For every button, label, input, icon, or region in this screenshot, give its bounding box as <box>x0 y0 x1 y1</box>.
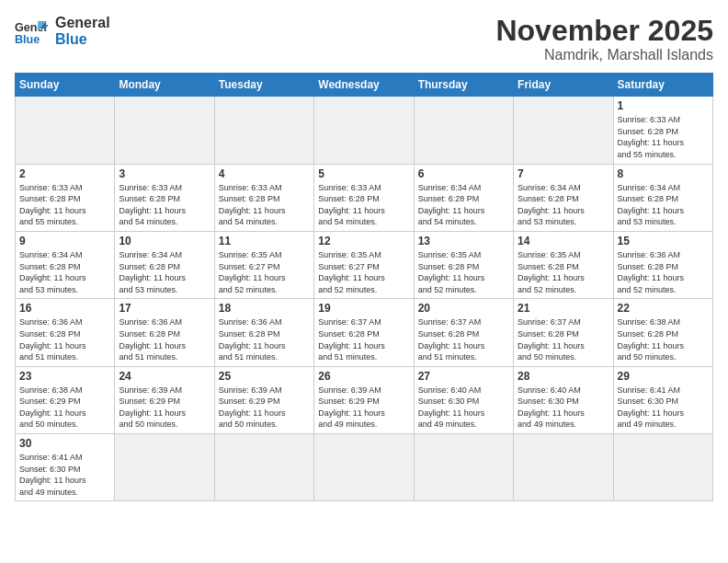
day-cell-30: 30 Sunrise: 6:41 AMSunset: 6:30 PMDaylig… <box>16 434 115 501</box>
day-cell-9: 9 Sunrise: 6:34 AMSunset: 6:28 PMDayligh… <box>16 231 115 298</box>
day-cell-11: 11 Sunrise: 6:35 AMSunset: 6:27 PMDaylig… <box>214 231 313 298</box>
empty-cell <box>613 434 712 501</box>
col-sunday: Sunday <box>16 74 115 97</box>
logo-blue-text: Blue <box>55 31 110 48</box>
empty-cell <box>115 97 214 164</box>
day-cell-10: 10 Sunrise: 6:34 AMSunset: 6:28 PMDaylig… <box>115 231 214 298</box>
day-cell-5: 5 Sunrise: 6:33 AMSunset: 6:28 PMDayligh… <box>314 164 414 231</box>
day-cell-1: 1 Sunrise: 6:33 AMSunset: 6:28 PMDayligh… <box>613 97 712 164</box>
empty-cell <box>16 97 115 164</box>
page: General Blue General Blue November 2025 … <box>0 0 728 563</box>
day-cell-18: 18 Sunrise: 6:36 AMSunset: 6:28 PMDaylig… <box>214 299 313 366</box>
col-monday: Monday <box>115 74 214 97</box>
day-cell-14: 14 Sunrise: 6:35 AMSunset: 6:28 PMDaylig… <box>514 231 613 298</box>
day-cell-29: 29 Sunrise: 6:41 AMSunset: 6:30 PMDaylig… <box>613 366 712 433</box>
calendar-table: Sunday Monday Tuesday Wednesday Thursday… <box>15 73 713 501</box>
day-cell-16: 16 Sunrise: 6:36 AMSunset: 6:28 PMDaylig… <box>16 299 115 366</box>
day-cell-13: 13 Sunrise: 6:35 AMSunset: 6:28 PMDaylig… <box>414 231 513 298</box>
logo-icon: General Blue <box>15 15 48 48</box>
day-cell-3: 3 Sunrise: 6:33 AMSunset: 6:28 PMDayligh… <box>115 164 214 231</box>
day-cell-26: 26 Sunrise: 6:39 AMSunset: 6:29 PMDaylig… <box>314 366 414 433</box>
empty-cell <box>514 97 613 164</box>
table-row: 16 Sunrise: 6:36 AMSunset: 6:28 PMDaylig… <box>16 299 713 366</box>
logo-general-text: General <box>55 15 110 31</box>
empty-cell <box>214 434 313 501</box>
day-cell-19: 19 Sunrise: 6:37 AMSunset: 6:28 PMDaylig… <box>314 299 414 366</box>
table-row: 23 Sunrise: 6:38 AMSunset: 6:29 PMDaylig… <box>16 366 713 433</box>
logo: General Blue General Blue <box>15 15 110 48</box>
day-cell-4: 4 Sunrise: 6:33 AMSunset: 6:28 PMDayligh… <box>214 164 313 231</box>
header: General Blue General Blue November 2025 … <box>15 15 713 63</box>
empty-cell <box>414 434 513 501</box>
table-row: 1 Sunrise: 6:33 AMSunset: 6:28 PMDayligh… <box>16 97 713 164</box>
empty-cell <box>115 434 214 501</box>
day-cell-25: 25 Sunrise: 6:39 AMSunset: 6:29 PMDaylig… <box>214 366 313 433</box>
day-cell-23: 23 Sunrise: 6:38 AMSunset: 6:29 PMDaylig… <box>16 366 115 433</box>
empty-cell <box>414 97 513 164</box>
day-cell-24: 24 Sunrise: 6:39 AMSunset: 6:29 PMDaylig… <box>115 366 214 433</box>
empty-cell <box>214 97 313 164</box>
day-cell-15: 15 Sunrise: 6:36 AMSunset: 6:28 PMDaylig… <box>613 231 712 298</box>
svg-text:Blue: Blue <box>15 33 40 46</box>
day-cell-27: 27 Sunrise: 6:40 AMSunset: 6:30 PMDaylig… <box>414 366 513 433</box>
day-cell-6: 6 Sunrise: 6:34 AMSunset: 6:28 PMDayligh… <box>414 164 513 231</box>
location-subtitle: Namdrik, Marshall Islands <box>495 47 713 63</box>
day-cell-2: 2 Sunrise: 6:33 AMSunset: 6:28 PMDayligh… <box>16 164 115 231</box>
col-tuesday: Tuesday <box>214 74 313 97</box>
day-cell-17: 17 Sunrise: 6:36 AMSunset: 6:28 PMDaylig… <box>115 299 214 366</box>
empty-cell <box>514 434 613 501</box>
day-cell-12: 12 Sunrise: 6:35 AMSunset: 6:27 PMDaylig… <box>314 231 414 298</box>
col-thursday: Thursday <box>414 74 513 97</box>
day-cell-21: 21 Sunrise: 6:37 AMSunset: 6:28 PMDaylig… <box>514 299 613 366</box>
day-cell-28: 28 Sunrise: 6:40 AMSunset: 6:30 PMDaylig… <box>514 366 613 433</box>
day-cell-20: 20 Sunrise: 6:37 AMSunset: 6:28 PMDaylig… <box>414 299 513 366</box>
col-friday: Friday <box>514 74 613 97</box>
calendar-header-row: Sunday Monday Tuesday Wednesday Thursday… <box>16 74 713 97</box>
table-row: 2 Sunrise: 6:33 AMSunset: 6:28 PMDayligh… <box>16 164 713 231</box>
col-saturday: Saturday <box>613 74 712 97</box>
col-wednesday: Wednesday <box>314 74 414 97</box>
month-year-title: November 2025 <box>495 15 713 47</box>
table-row: 30 Sunrise: 6:41 AMSunset: 6:30 PMDaylig… <box>16 434 713 501</box>
day-cell-22: 22 Sunrise: 6:38 AMSunset: 6:28 PMDaylig… <box>613 299 712 366</box>
table-row: 9 Sunrise: 6:34 AMSunset: 6:28 PMDayligh… <box>16 231 713 298</box>
day-cell-7: 7 Sunrise: 6:34 AMSunset: 6:28 PMDayligh… <box>514 164 613 231</box>
empty-cell <box>314 97 414 164</box>
title-block: November 2025 Namdrik, Marshall Islands <box>495 15 713 63</box>
day-cell-8: 8 Sunrise: 6:34 AMSunset: 6:28 PMDayligh… <box>613 164 712 231</box>
empty-cell <box>314 434 414 501</box>
